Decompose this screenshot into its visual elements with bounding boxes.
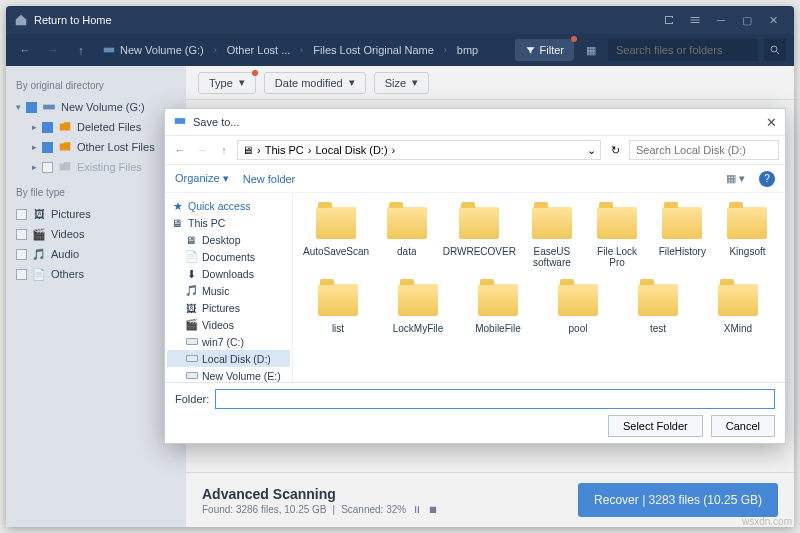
disk-icon [173,114,187,130]
view-mode-icon[interactable]: ▦ ▾ [726,172,745,185]
nav-back-icon[interactable]: ← [171,141,189,159]
nav-forward-icon[interactable]: → [193,141,211,159]
folder-item[interactable]: File Lock Pro [588,199,647,272]
folder-item[interactable]: XMind [701,276,775,338]
newfolder-button[interactable]: New folder [243,173,296,185]
folder-item[interactable]: test [621,276,695,338]
dialog-title: Save to... [193,116,239,128]
pc-icon: 🖥 [242,144,253,156]
folder-item[interactable]: LockMyFile [381,276,455,338]
folder-field-input[interactable] [215,389,775,409]
folder-item[interactable]: AutoSaveScan [301,199,371,272]
help-icon[interactable]: ? [759,171,775,187]
svg-rect-3 [175,118,186,124]
tree-music[interactable]: 🎵Music [167,282,290,299]
folder-field-label: Folder: [175,393,209,405]
select-folder-button[interactable]: Select Folder [608,415,703,437]
folder-item[interactable]: pool [541,276,615,338]
folder-item[interactable]: MobileFile [461,276,535,338]
tree-downloads[interactable]: ⬇Downloads [167,265,290,282]
tree-documents[interactable]: 📄Documents [167,248,290,265]
tree-videos[interactable]: 🎬Videos [167,316,290,333]
dialog-close-icon[interactable]: ✕ [766,115,777,130]
folder-item[interactable]: DRWRECOVER [442,199,516,272]
folder-item[interactable]: Kingsoft [718,199,777,272]
address-bar[interactable]: 🖥 › This PC › Local Disk (D:) › ⌄ [237,140,601,160]
tree-quickaccess[interactable]: ★Quick access [167,197,290,214]
watermark: wsxdn.com [742,516,792,527]
organize-menu[interactable]: Organize ▾ [175,172,229,185]
folder-item[interactable]: EaseUS software [522,199,581,272]
tree-pictures[interactable]: 🖼Pictures [167,299,290,316]
tree-drive-c[interactable]: win7 (C:) [167,333,290,350]
folder-item[interactable]: data [377,199,436,272]
tree-drive-e[interactable]: New Volume (E:) [167,367,290,382]
refresh-icon[interactable]: ↻ [605,140,625,160]
dropdown-icon[interactable]: ⌄ [587,144,596,157]
tree-desktop[interactable]: 🖥Desktop [167,231,290,248]
nav-up-icon[interactable]: ↑ [215,141,233,159]
cancel-button[interactable]: Cancel [711,415,775,437]
save-dialog: Save to... ✕ ← → ↑ 🖥 › This PC › Local D… [164,108,786,444]
tree-thispc[interactable]: 🖥This PC [167,214,290,231]
tree-drive-d[interactable]: Local Disk (D:) [167,350,290,367]
folder-item[interactable]: FileHistory [653,199,712,272]
folder-item[interactable]: list [301,276,375,338]
dialog-search-input[interactable] [629,140,779,160]
